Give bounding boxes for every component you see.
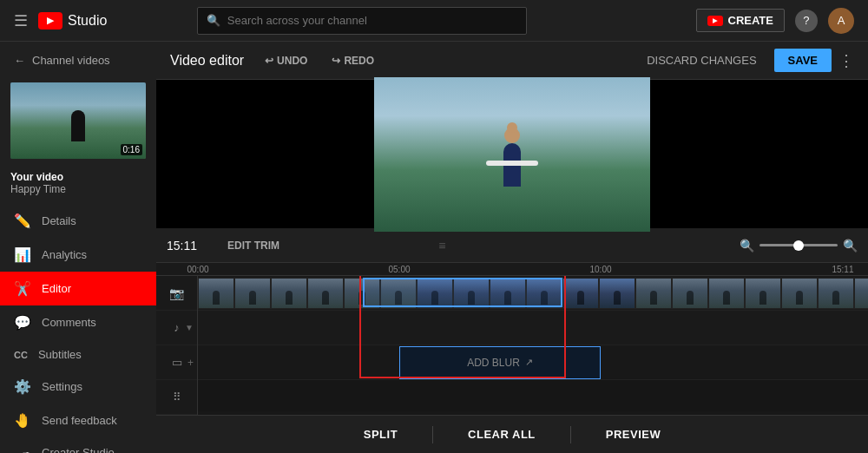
back-arrow-icon: ← bbox=[14, 54, 25, 67]
track-icons: 📷 ♪ ▼ ▭ + ⠿ bbox=[156, 276, 198, 415]
pencil-icon: ✏️ bbox=[14, 213, 31, 229]
search-bar[interactable]: 🔍 bbox=[197, 7, 527, 35]
thumb-frame bbox=[745, 278, 781, 309]
feedback-icon: 🤚 bbox=[14, 412, 31, 429]
help-icon: ? bbox=[803, 14, 809, 27]
audio-chevron-icon: ▼ bbox=[185, 323, 194, 332]
thumb-frame bbox=[490, 278, 526, 309]
logo: Studio bbox=[38, 12, 107, 30]
content-area: Video editor ↩ UNDO ↪ REDO DISCARD CHANG… bbox=[156, 42, 868, 453]
search-icon: 🔍 bbox=[207, 14, 220, 27]
creator-studio-label: Creator Studio Classic bbox=[42, 446, 142, 453]
drag-handle: ≡ bbox=[438, 239, 445, 253]
toolbar-actions: ↩ UNDO ↪ REDO bbox=[258, 51, 381, 70]
zoom-slider[interactable] bbox=[760, 244, 838, 246]
timecode-display: 15:11 bbox=[167, 239, 210, 253]
redo-button[interactable]: ↪ REDO bbox=[325, 51, 381, 70]
split-label: SPLIT bbox=[364, 428, 398, 441]
editor-title: Video editor bbox=[170, 53, 244, 69]
video-name: Happy Time bbox=[10, 183, 146, 195]
thumb-frame bbox=[453, 278, 490, 309]
video-info: Your video Happy Time bbox=[0, 166, 156, 204]
preview-button[interactable]: PREVIEW bbox=[571, 416, 695, 454]
zoom-out-icon[interactable]: 🔍 bbox=[740, 239, 754, 253]
zoom-in-icon[interactable]: 🔍 bbox=[843, 239, 858, 253]
sidebar-item-subtitles[interactable]: CC Subtitles bbox=[0, 339, 156, 370]
add-blur-button[interactable]: ADD BLUR ↗ bbox=[399, 346, 601, 379]
save-label: SAVE bbox=[788, 54, 818, 67]
thumb-frame bbox=[307, 278, 344, 309]
thumb-frame bbox=[234, 278, 271, 309]
clear-all-button[interactable]: CLEAR ALL bbox=[433, 416, 570, 454]
thumb-frame bbox=[562, 278, 599, 309]
sidebar-item-details[interactable]: ✏️ Details bbox=[0, 204, 156, 238]
studio-label: Studio bbox=[68, 13, 107, 29]
avatar[interactable]: A bbox=[828, 8, 854, 34]
details-label: Details bbox=[42, 214, 76, 227]
back-label: Channel videos bbox=[32, 54, 110, 67]
effects-track-row bbox=[198, 380, 868, 411]
undo-button[interactable]: ↩ UNDO bbox=[258, 51, 314, 70]
undo-icon: ↩ bbox=[265, 55, 273, 67]
feedback-label: Send feedback bbox=[42, 414, 117, 427]
search-input[interactable] bbox=[227, 14, 517, 27]
add-overlay-icon[interactable]: + bbox=[187, 357, 194, 369]
settings-icon: ⚙️ bbox=[14, 378, 31, 395]
blur-track-row: ADD BLUR ↗ bbox=[198, 345, 868, 380]
sidebar-item-analytics[interactable]: 📊 Analytics bbox=[0, 238, 156, 272]
video-camera-icon: 📷 bbox=[169, 286, 184, 300]
editor-label: Editor bbox=[42, 282, 71, 295]
subtitles-label: Subtitles bbox=[38, 348, 82, 361]
thumb-frame bbox=[344, 278, 380, 309]
zoom-controls: 🔍 🔍 bbox=[740, 239, 858, 253]
sidebar-item-creator-studio[interactable]: 🎬 Creator Studio Classic bbox=[0, 437, 156, 453]
sidebar-item-settings[interactable]: ⚙️ Settings bbox=[0, 370, 156, 404]
overlay-icon: ▭ bbox=[172, 356, 182, 369]
video-thumbnail[interactable]: 0:16 bbox=[10, 82, 146, 159]
thumb-frame bbox=[635, 278, 672, 309]
effects-icon: ⠿ bbox=[173, 391, 181, 404]
add-blur-label: ADD BLUR bbox=[467, 357, 520, 369]
edit-trim-button[interactable]: EDIT TRIM bbox=[220, 236, 286, 255]
time-mark-3: 15:11 bbox=[832, 265, 853, 274]
video-track-icon: 📷 bbox=[156, 276, 197, 311]
time-ruler: 00:00 05:00 10:00 15:11 bbox=[156, 263, 868, 276]
split-button[interactable]: SPLIT bbox=[329, 416, 432, 454]
arms bbox=[486, 161, 538, 166]
edit-trim-label: EDIT TRIM bbox=[227, 240, 279, 252]
editor-icon: ✂️ bbox=[14, 280, 31, 297]
thumb-frame bbox=[198, 278, 234, 309]
sidebar-item-feedback[interactable]: 🤚 Send feedback bbox=[0, 404, 156, 437]
tracks-content: ADD BLUR ↗ bbox=[198, 276, 868, 415]
header: ☰ Studio 🔍 CREATE ? A bbox=[0, 0, 868, 42]
create-button[interactable]: CREATE bbox=[696, 9, 785, 32]
time-mark-1: 05:00 bbox=[388, 265, 410, 274]
video-label: Your video bbox=[10, 171, 146, 183]
settings-label: Settings bbox=[42, 380, 82, 393]
overlay-track-icon: ▭ + bbox=[156, 345, 197, 380]
timeline-area: 15:11 EDIT TRIM ≡ 🔍 🔍 00:00 05:00 10:00 bbox=[156, 228, 868, 415]
create-label: CREATE bbox=[728, 14, 773, 27]
effects-track-icon: ⠿ bbox=[156, 380, 197, 415]
thumb-frame bbox=[672, 278, 708, 309]
avatar-text: A bbox=[838, 14, 845, 27]
help-button[interactable]: ? bbox=[795, 10, 818, 32]
timeline-tracks: 00:00 05:00 10:00 15:11 📷 ♪ ▼ bbox=[156, 263, 868, 415]
time-mark-2: 10:00 bbox=[589, 265, 611, 274]
thumb-frame bbox=[781, 278, 818, 309]
sidebar-item-comments[interactable]: 💬 Comments bbox=[0, 305, 156, 339]
thumb-frame bbox=[818, 278, 854, 309]
video-track-row bbox=[198, 276, 868, 311]
redo-label: REDO bbox=[344, 55, 374, 67]
more-options-button[interactable]: ⋮ bbox=[838, 51, 854, 70]
external-link-icon: ↗ bbox=[525, 357, 533, 368]
analytics-icon: 📊 bbox=[14, 246, 31, 263]
undo-label: UNDO bbox=[277, 55, 307, 67]
timeline-controls: 15:11 EDIT TRIM ≡ 🔍 🔍 bbox=[156, 228, 868, 263]
back-to-channel-button[interactable]: ← Channel videos bbox=[0, 45, 156, 76]
discard-button[interactable]: DISCARD CHANGES bbox=[636, 49, 766, 72]
sidebar-item-editor[interactable]: ✂️ Editor bbox=[0, 272, 156, 305]
thumb-frame bbox=[380, 278, 417, 309]
save-button[interactable]: SAVE bbox=[774, 49, 832, 72]
menu-icon[interactable]: ☰ bbox=[14, 11, 28, 30]
